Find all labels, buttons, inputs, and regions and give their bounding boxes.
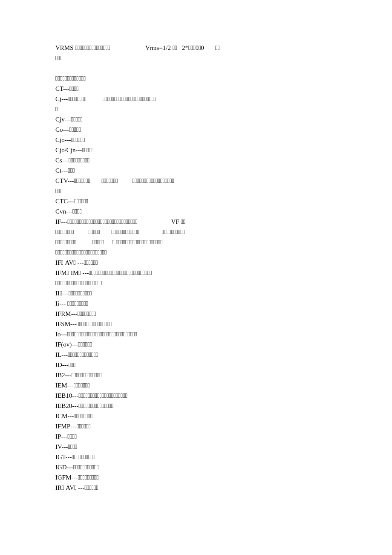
doc-body: VRMS 􀀀􀀀􀀀􀀀􀀀􀀀􀀀􀀀􀀀􀀀􀀀􀀀􀀀􀀀􀀀 Vrms=1/2 􀀀􀀀 2*􀀀􀀀􀀀0􀀀… [55, 43, 349, 493]
text-line: IFRM---􀀀􀀀􀀀􀀀􀀀􀀀􀀀􀀀 [55, 309, 349, 319]
text-line: IH---􀀀􀀀􀀀􀀀􀀀􀀀􀀀􀀀􀀀􀀀 [55, 288, 349, 298]
text-line: 􀀀􀀀􀀀 [55, 186, 349, 196]
text-line: Cs---􀀀􀀀􀀀􀀀􀀀􀀀􀀀􀀀􀀀 [55, 155, 349, 165]
text-line: IR􀀀 AV􀀀 ---􀀀􀀀􀀀􀀀􀀀􀀀 [55, 483, 349, 493]
text-line: CTV---􀀀􀀀􀀀􀀀􀀀􀀀􀀀 􀀀􀀀􀀀􀀀􀀀􀀀􀀀 􀀀􀀀􀀀􀀀􀀀􀀀􀀀􀀀􀀀􀀀􀀀􀀀􀀀􀀀􀀀􀀀􀀀􀀀 [55, 176, 349, 186]
text-line: CTC---􀀀􀀀􀀀􀀀􀀀􀀀 [55, 196, 349, 206]
text-line: Ii--- 􀀀􀀀􀀀􀀀􀀀􀀀􀀀􀀀􀀀 [55, 298, 349, 309]
text-line: 􀀀􀀀􀀀􀀀􀀀􀀀􀀀􀀀 􀀀􀀀􀀀􀀀􀀀 􀀀􀀀􀀀􀀀􀀀􀀀􀀀􀀀􀀀􀀀􀀀􀀀 􀀀􀀀􀀀􀀀􀀀􀀀􀀀􀀀􀀀􀀀 [55, 227, 349, 237]
text-line [55, 63, 349, 73]
text-line: Io---􀀀􀀀􀀀􀀀􀀀􀀀􀀀􀀀􀀀􀀀􀀀􀀀􀀀􀀀􀀀􀀀􀀀􀀀􀀀􀀀􀀀􀀀􀀀􀀀􀀀􀀀􀀀􀀀􀀀􀀀 [55, 329, 349, 339]
text-line: Cjo/Cjn---􀀀􀀀􀀀􀀀􀀀 [55, 145, 349, 155]
text-line: IGD---􀀀􀀀􀀀􀀀􀀀􀀀􀀀􀀀􀀀􀀀􀀀 [55, 462, 349, 472]
text-line: IP---􀀀􀀀􀀀􀀀 [55, 431, 349, 442]
text-line: IFMP---􀀀􀀀􀀀􀀀􀀀􀀀 [55, 421, 349, 431]
text-line: 􀀀􀀀􀀀 [55, 53, 349, 63]
text-line: IFM􀀀 IM􀀀 ---􀀀􀀀􀀀􀀀􀀀􀀀􀀀􀀀􀀀􀀀􀀀􀀀􀀀􀀀􀀀􀀀􀀀􀀀􀀀􀀀􀀀􀀀􀀀􀀀􀀀􀀀􀀀 [55, 268, 349, 278]
text-line: IGT---􀀀􀀀􀀀􀀀􀀀􀀀􀀀􀀀􀀀􀀀 [55, 452, 349, 462]
text-line: IEB20---􀀀􀀀􀀀􀀀􀀀􀀀􀀀􀀀􀀀􀀀􀀀􀀀􀀀􀀀􀀀 [55, 401, 349, 411]
text-line: IEM---􀀀􀀀􀀀􀀀􀀀􀀀􀀀 [55, 380, 349, 390]
document-page: VRMS 􀀀􀀀􀀀􀀀􀀀􀀀􀀀􀀀􀀀􀀀􀀀􀀀􀀀􀀀􀀀 Vrms=1/2 􀀀􀀀 2*􀀀􀀀􀀀0􀀀… [0, 0, 392, 555]
text-line: Cj---􀀀􀀀􀀀􀀀􀀀􀀀􀀀􀀀 􀀀􀀀􀀀􀀀􀀀􀀀􀀀􀀀􀀀􀀀􀀀􀀀􀀀􀀀􀀀􀀀􀀀􀀀􀀀􀀀􀀀􀀀􀀀 [55, 94, 349, 104]
text-line: VRMS 􀀀􀀀􀀀􀀀􀀀􀀀􀀀􀀀􀀀􀀀􀀀􀀀􀀀􀀀􀀀 Vrms=1/2 􀀀􀀀 2*􀀀􀀀􀀀0􀀀… [55, 43, 349, 53]
text-line: IGFM---􀀀􀀀􀀀􀀀􀀀􀀀􀀀􀀀􀀀 [55, 472, 349, 483]
text-line: IFSM---􀀀􀀀􀀀􀀀􀀀􀀀􀀀􀀀􀀀􀀀􀀀􀀀􀀀􀀀􀀀 [55, 319, 349, 329]
text-line: 􀀀􀀀􀀀􀀀􀀀􀀀􀀀􀀀􀀀􀀀􀀀􀀀􀀀􀀀􀀀􀀀􀀀􀀀􀀀􀀀􀀀􀀀 [55, 247, 349, 257]
text-line: Co---􀀀􀀀􀀀􀀀􀀀 [55, 124, 349, 135]
text-line: Cvn---􀀀􀀀􀀀􀀀 [55, 206, 349, 217]
text-line: IV---􀀀􀀀􀀀􀀀 [55, 442, 349, 452]
text-line: 􀀀􀀀􀀀􀀀􀀀􀀀􀀀􀀀􀀀 􀀀􀀀􀀀􀀀􀀀 􀀀 􀀀􀀀􀀀􀀀􀀀􀀀􀀀􀀀􀀀􀀀􀀀􀀀􀀀􀀀􀀀􀀀􀀀􀀀􀀀􀀀 [55, 237, 349, 247]
text-line: IF􀀀 AV􀀀 ---􀀀􀀀􀀀􀀀􀀀􀀀 [55, 257, 349, 268]
text-line: ICM---􀀀􀀀􀀀􀀀􀀀􀀀􀀀􀀀 [55, 411, 349, 421]
text-line: Cjo---􀀀􀀀􀀀􀀀􀀀􀀀 [55, 135, 349, 145]
text-line: IL---􀀀􀀀􀀀􀀀􀀀􀀀􀀀􀀀􀀀􀀀􀀀􀀀􀀀 [55, 350, 349, 360]
text-line: Ct---􀀀􀀀􀀀 [55, 165, 349, 176]
text-line: 􀀀􀀀􀀀􀀀􀀀􀀀􀀀􀀀􀀀􀀀􀀀􀀀􀀀􀀀􀀀􀀀􀀀􀀀􀀀􀀀 [55, 278, 349, 288]
text-line: Cjv---􀀀􀀀􀀀􀀀􀀀 [55, 114, 349, 124]
text-line: 􀀀 [55, 104, 349, 114]
text-line: IB2---􀀀􀀀􀀀􀀀􀀀􀀀􀀀􀀀􀀀􀀀􀀀􀀀􀀀 [55, 370, 349, 380]
text-line: IF(ov)---􀀀􀀀􀀀􀀀􀀀􀀀 [55, 339, 349, 350]
text-line: ID---􀀀􀀀􀀀 [55, 360, 349, 370]
text-line: 􀀀􀀀􀀀􀀀􀀀􀀀􀀀􀀀􀀀􀀀􀀀􀀀􀀀 [55, 73, 349, 84]
text-line: IF---􀀀􀀀􀀀􀀀􀀀􀀀􀀀􀀀􀀀􀀀􀀀􀀀􀀀􀀀􀀀􀀀􀀀􀀀􀀀􀀀􀀀􀀀􀀀􀀀􀀀􀀀􀀀􀀀􀀀􀀀 VF 􀀀… [55, 217, 349, 227]
text-line: IEB10---􀀀􀀀􀀀􀀀􀀀􀀀􀀀􀀀􀀀􀀀􀀀􀀀􀀀􀀀􀀀􀀀􀀀􀀀􀀀􀀀􀀀 [55, 390, 349, 401]
text-line: CT---􀀀􀀀􀀀􀀀 [55, 84, 349, 94]
